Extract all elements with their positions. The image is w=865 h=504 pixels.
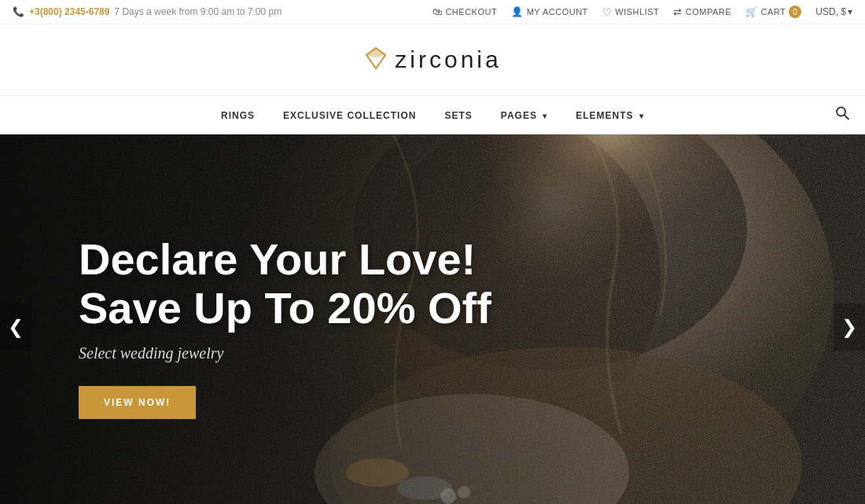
nav-items: RINGS EXCLUSIVE COLLECTION SETS PAGES ▾ … — [221, 108, 644, 122]
logo-text: zirconia — [395, 46, 501, 73]
slider-next-button[interactable]: ❯ — [834, 304, 865, 351]
nav-item-sets: SETS — [444, 108, 472, 122]
cart-link[interactable]: CART 0 — [745, 6, 801, 18]
nav-label-rings: RINGS — [221, 110, 255, 121]
heart-icon — [602, 6, 613, 18]
search-button[interactable] — [835, 106, 849, 124]
phone-icon — [13, 6, 24, 17]
nav-label-elements: ELEMENTS — [576, 110, 633, 121]
compare-link[interactable]: COMPARE — [673, 6, 731, 18]
nav-link-exclusive[interactable]: EXCLUSIVE COLLECTION — [283, 110, 416, 121]
nav-item-elements: ELEMENTS ▾ — [576, 108, 644, 122]
hero-slider: Declare Your Love! Save Up To 20% Off Se… — [0, 134, 865, 504]
hero-content: Declare Your Love! Save Up To 20% Off Se… — [79, 235, 491, 419]
compare-label: COMPARE — [686, 7, 731, 17]
bag-icon — [432, 6, 443, 17]
nav-item-rings: RINGS — [221, 108, 255, 122]
currency-value: USD, $ — [815, 6, 846, 17]
compare-icon — [673, 6, 683, 18]
top-bar-right: CHECKOUT MY ACCOUNT WISHLIST COMPARE CAR… — [432, 6, 852, 18]
nav-label-pages: PAGES — [501, 110, 537, 121]
wishlist-link[interactable]: WISHLIST — [602, 6, 659, 18]
nav-label-exclusive: EXCLUSIVE COLLECTION — [283, 110, 416, 121]
main-nav: RINGS EXCLUSIVE COLLECTION SETS PAGES ▾ … — [0, 95, 865, 134]
svg-marker-1 — [366, 48, 385, 58]
hero-headline: Declare Your Love! Save Up To 20% Off — [79, 235, 491, 332]
nav-item-pages: PAGES ▾ — [501, 108, 547, 122]
currency-selector[interactable]: USD, $ ▾ — [815, 6, 852, 17]
nav-link-sets[interactable]: SETS — [444, 110, 472, 121]
checkout-label: CHECKOUT — [445, 7, 497, 17]
pages-chevron: ▾ — [543, 112, 547, 120]
hero-cta-button[interactable]: VIEW NOW! — [79, 386, 196, 419]
cart-count: 0 — [789, 6, 801, 18]
hero-headline-line1: Declare Your Love! — [79, 234, 476, 284]
user-icon — [511, 6, 524, 17]
elements-chevron: ▾ — [639, 112, 644, 120]
diamond-icon — [363, 46, 388, 74]
nav-link-rings[interactable]: RINGS — [221, 110, 255, 121]
slider-prev-button[interactable]: ❮ — [0, 304, 31, 351]
top-bar-left: +3(800) 2345-6789 7 Days a week from 9:0… — [13, 6, 282, 17]
hero-headline-line2: Save Up To 20% Off — [79, 283, 491, 333]
top-bar: +3(800) 2345-6789 7 Days a week from 9:0… — [0, 0, 865, 24]
checkout-link[interactable]: CHECKOUT — [432, 6, 497, 17]
logo-bar: zirconia — [0, 24, 865, 95]
wishlist-label: WISHLIST — [615, 7, 659, 17]
account-label: MY ACCOUNT — [527, 7, 588, 17]
my-account-link[interactable]: MY ACCOUNT — [511, 6, 588, 17]
nav-label-sets: SETS — [444, 110, 472, 121]
business-hours: 7 Days a week from 9:00 am to 7:00 pm — [114, 6, 282, 17]
site-logo[interactable]: zirconia — [363, 46, 501, 74]
svg-line-3 — [845, 115, 849, 120]
hero-subheadline: Select wedding jewelry — [79, 344, 491, 362]
nav-item-exclusive: EXCLUSIVE COLLECTION — [283, 108, 416, 122]
nav-link-pages[interactable]: PAGES ▾ — [501, 110, 547, 121]
search-icon — [835, 108, 849, 123]
phone-number[interactable]: +3(800) 2345-6789 — [29, 6, 109, 17]
nav-link-elements[interactable]: ELEMENTS ▾ — [576, 110, 644, 121]
currency-chevron: ▾ — [848, 6, 852, 17]
cart-icon — [745, 6, 758, 17]
cart-label: CART — [761, 7, 786, 17]
